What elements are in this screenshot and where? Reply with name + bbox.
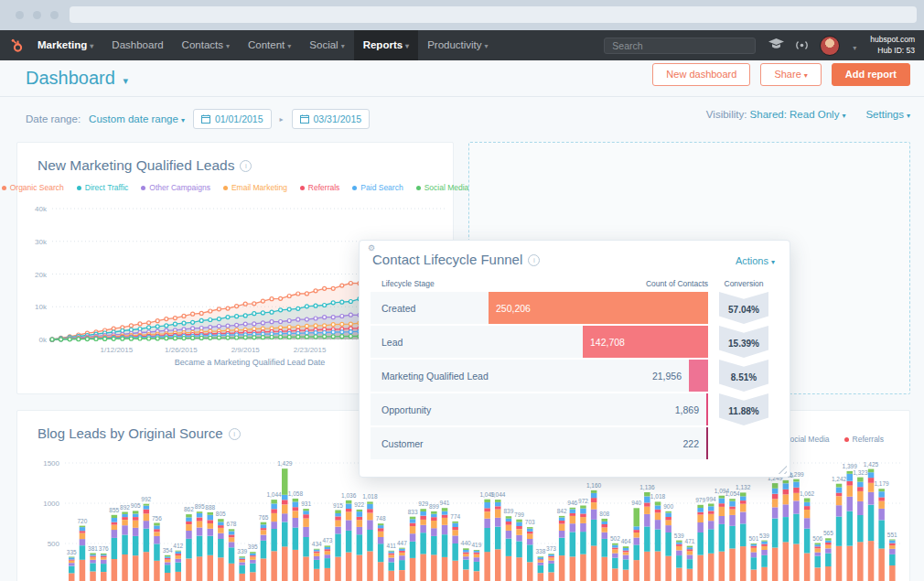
add-report-button[interactable]: Add report (832, 63, 910, 86)
svg-text:464: 464 (621, 538, 631, 544)
conversion-badge: 8.51% (719, 360, 768, 392)
svg-text:1000: 1000 (43, 500, 59, 508)
nav-item-marketing[interactable]: Marketing (28, 30, 102, 60)
legend-item[interactable]: Organic Search (2, 183, 64, 192)
svg-text:1,044: 1,044 (490, 491, 506, 498)
svg-text:931: 931 (301, 500, 311, 507)
start-date-value: 01/01/2015 (215, 113, 263, 124)
notifications-broadcast-icon[interactable] (794, 38, 810, 54)
info-icon[interactable] (229, 428, 241, 440)
svg-text:678: 678 (227, 521, 237, 527)
dashboard-title-label: Dashboard (26, 68, 115, 88)
svg-text:900: 900 (663, 503, 673, 510)
settings-menu[interactable]: Settings (865, 109, 910, 120)
svg-text:419: 419 (471, 542, 481, 548)
chevron-down-icon (181, 113, 185, 124)
window-control-dot[interactable] (50, 11, 59, 19)
svg-text:1,018: 1,018 (362, 493, 378, 500)
legend-item[interactable]: Paid Search (352, 183, 403, 192)
account-info[interactable]: hubspot.com Hub ID: 53 (870, 35, 915, 56)
funnel-rows: Created 250,206 Lead 142,708 Marketing Q… (371, 292, 708, 461)
legend-item[interactable]: Direct Traffic (77, 183, 129, 192)
funnel-row[interactable]: Created 250,206 (371, 292, 708, 324)
legend-item[interactable]: Social Media (416, 183, 469, 192)
funnel-row[interactable]: Customer 222 (371, 427, 708, 459)
lifecycle-funnel-card[interactable]: ⚙ Contact Lifecycle Funnel Actions Lifec… (359, 240, 790, 478)
funnel-row[interactable]: Marketing Qualified Lead 21,956 (371, 360, 708, 392)
svg-text:506: 506 (812, 535, 822, 542)
user-avatar[interactable] (820, 36, 840, 56)
funnel-actions-menu[interactable]: Actions (736, 255, 775, 266)
svg-text:339: 339 (237, 548, 247, 554)
svg-text:765: 765 (259, 514, 269, 521)
legend-item[interactable]: Referrals (844, 435, 884, 444)
funnel-bar[interactable] (689, 360, 708, 392)
conversion-badge: 57.04% (719, 292, 768, 324)
end-date-field[interactable]: 03/31/2015 (292, 109, 371, 129)
nav-icons: hubspot.com Hub ID: 53 (768, 35, 915, 56)
svg-text:1,179: 1,179 (874, 480, 889, 487)
new-dashboard-button[interactable]: New dashboard (652, 63, 750, 86)
nav-item-dashboard[interactable]: Dashboard (102, 30, 172, 60)
mql-legend: Organic SearchDirect TrafficOther Campai… (17, 183, 453, 192)
info-icon[interactable] (528, 254, 540, 266)
funnel-count: 142,708 (590, 337, 625, 348)
svg-text:748: 748 (376, 515, 386, 522)
svg-text:434: 434 (312, 541, 322, 547)
funnel-stage-label: Lead (381, 337, 403, 348)
funnel-bar[interactable]: 142,708 (583, 326, 708, 358)
browser-url-bar[interactable] (70, 6, 917, 23)
header-buttons: New dashboard Share Add report (652, 63, 910, 86)
chevron-down-icon[interactable] (853, 38, 856, 54)
svg-text:1/26/2015: 1/26/2015 (165, 346, 198, 354)
nav-item-social[interactable]: Social (300, 30, 353, 60)
legend-dot-icon (77, 186, 81, 190)
date-range-toolbar: Date range: Custom date range 01/01/2015… (26, 109, 370, 129)
info-icon[interactable] (240, 160, 252, 172)
svg-text:500: 500 (48, 540, 60, 548)
funnel-bar[interactable] (706, 427, 708, 459)
svg-text:30k: 30k (35, 238, 48, 246)
date-range-select[interactable]: Custom date range (89, 113, 185, 124)
nav-item-content[interactable]: Content (239, 30, 300, 60)
svg-text:922: 922 (354, 501, 364, 508)
start-date-field[interactable]: 01/01/2015 (193, 109, 272, 129)
funnel-bar[interactable] (706, 393, 708, 425)
nav-item-contacts[interactable]: Contacts (173, 30, 239, 60)
hubspot-logo-icon[interactable] (9, 38, 25, 54)
legend-item[interactable]: Referrals (300, 183, 339, 192)
window-control-dot[interactable] (33, 11, 41, 19)
svg-text:892: 892 (120, 504, 130, 511)
funnel-row[interactable]: Lead 142,708 (371, 326, 708, 358)
funnel-stage-label: Marketing Qualified Lead (381, 371, 489, 382)
search-input[interactable] (604, 38, 756, 54)
account-hub-id: Hub ID: 53 (870, 46, 915, 56)
window-control-dot[interactable] (16, 11, 24, 19)
funnel-count: 21,956 (652, 371, 682, 382)
nav-items: MarketingDashboardContactsContentSocialR… (28, 30, 498, 60)
svg-text:1,044: 1,044 (266, 491, 282, 498)
visibility-select[interactable]: Shared: Read Only (750, 109, 846, 120)
actions-label: Actions (736, 255, 768, 266)
academy-icon[interactable] (768, 38, 784, 54)
svg-text:1,036: 1,036 (341, 492, 357, 499)
funnel-count: 1,869 (675, 404, 699, 415)
svg-text:376: 376 (99, 545, 109, 552)
svg-text:808: 808 (599, 511, 609, 517)
share-label: Share (774, 69, 800, 80)
funnel-bar[interactable]: 250,206 (489, 292, 708, 324)
funnel-badges: 57.04%15.39%8.51%11.88% (719, 292, 768, 427)
nav-item-reports[interactable]: Reports (354, 30, 418, 60)
share-button[interactable]: Share (760, 63, 821, 86)
resize-handle[interactable] (775, 462, 787, 474)
funnel-row[interactable]: Opportunity 1,869 (371, 393, 708, 425)
svg-text:1,242: 1,242 (832, 476, 847, 482)
mql-title-label: New Marketing Qualified Leads (38, 157, 234, 173)
legend-item[interactable]: Email Marketing (223, 183, 287, 192)
svg-text:335: 335 (67, 549, 77, 555)
chevron-down-icon (907, 109, 910, 120)
dashboard-title[interactable]: Dashboard (26, 68, 128, 89)
svg-text:839: 839 (503, 508, 513, 514)
legend-item[interactable]: Other Campaigns (141, 183, 210, 192)
nav-item-productivity[interactable]: Productivity (418, 30, 497, 60)
